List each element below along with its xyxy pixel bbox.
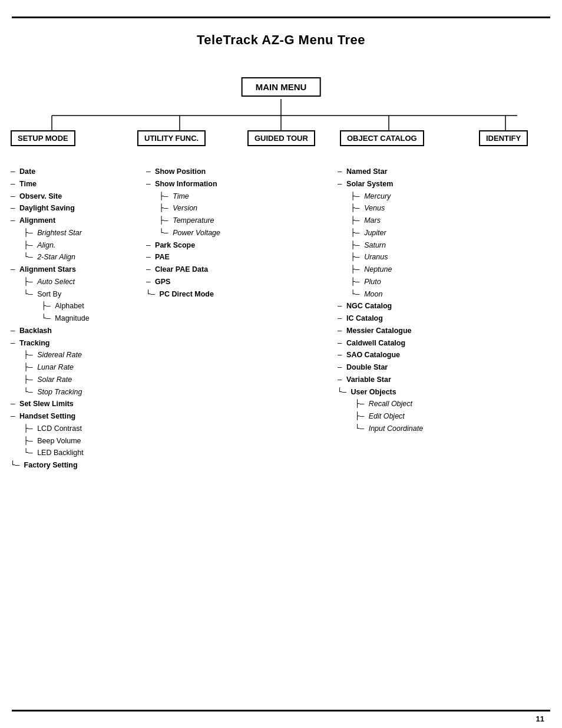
utility-func-label: UTILITY FUNC. (144, 134, 199, 143)
setup-alignment-stars: — Alignment Stars (11, 263, 128, 276)
setup-auto-select: ├— Auto Select (11, 276, 128, 288)
object-catalog-label: OBJECT CATALOG (347, 134, 417, 143)
setup-solar-rate: ├— Solar Rate (11, 374, 128, 386)
obj-solar-system: — Solar System (338, 178, 455, 190)
guided-tour-label: GUIDED TOUR (254, 134, 308, 143)
util-pc-direct-mode: └— PC Direct Mode (146, 288, 255, 301)
obj-ngc-catalog: — NGC Catalog (338, 300, 455, 312)
setup-sort-by: └— Sort By (11, 288, 128, 301)
setup-col: — Date — Time — Observ. Site — Daylight … (11, 166, 128, 472)
setup-tracking: — Tracking (11, 337, 128, 350)
setup-beep-volume: ├— Beep Volume (11, 435, 128, 447)
obj-variable-star: — Variable Star (338, 374, 455, 386)
object-catalog-box: OBJECT CATALOG (340, 130, 424, 146)
obj-uranus: ├— Uranus (338, 251, 455, 263)
obj-named-star: — Named Star (338, 166, 455, 178)
guided-tour-box: GUIDED TOUR (247, 130, 315, 146)
setup-brightest-star: ├— Brightest Star (11, 227, 128, 239)
obj-edit-object: ├— Edit Object (338, 410, 455, 423)
page-number: 11 (536, 714, 544, 723)
util-gps: — GPS (146, 276, 255, 288)
setup-lcd-contrast: ├— LCD Contrast (11, 423, 128, 435)
setup-mode-box: SETUP MODE (11, 130, 75, 146)
obj-ic-catalog: — IC Catalog (338, 312, 455, 325)
setup-sidereal-rate: ├— Sidereal Rate (11, 349, 128, 361)
setup-factory-setting: └— Factory Setting (11, 459, 128, 472)
util-show-information: — Show Information (146, 178, 255, 190)
setup-observ-site: — Observ. Site (11, 190, 128, 203)
obj-jupiter: ├— Jupiter (338, 227, 455, 239)
bottom-border (12, 710, 550, 711)
obj-double-star: — Double Star (338, 361, 455, 374)
setup-led-backlight: └— LED Backlight (11, 447, 128, 459)
utility-func-box: UTILITY FUNC. (137, 130, 206, 146)
util-pae: — PAE (146, 251, 255, 263)
identify-label: IDENTIFY (486, 134, 521, 143)
setup-set-slew-limits: — Set Slew Limits (11, 398, 128, 410)
setup-daylight-saving: — Daylight Saving (11, 202, 128, 215)
obj-mercury: ├— Mercury (338, 190, 455, 203)
setup-handset-setting: — Handset Setting (11, 410, 128, 423)
util-power-voltage: └— Power Voltage (146, 227, 255, 239)
obj-pluto: ├— Pluto (338, 276, 455, 288)
setup-2star-align: └— 2-Star Align (11, 251, 128, 263)
page-title: TeleTrack AZ-G Menu Tree (0, 32, 562, 48)
setup-time: — Time (11, 178, 128, 190)
utility-col: — Show Position — Show Information ├— Ti… (146, 166, 255, 300)
obj-recall-object: ├— Recall Object (338, 398, 455, 410)
setup-alphabet: ├— Alphabet (11, 300, 128, 312)
obj-mars: ├— Mars (338, 215, 455, 227)
obj-saturn: ├— Saturn (338, 239, 455, 252)
setup-lunar-rate: ├— Lunar Rate (11, 361, 128, 374)
setup-magnitude: └— Magnitude (11, 312, 128, 325)
obj-input-coordinate: └— Input Coordinate (338, 423, 455, 435)
util-clear-pae-data: — Clear PAE Data (146, 263, 255, 276)
top-border (12, 17, 550, 18)
util-park-scope: — Park Scope (146, 239, 255, 252)
setup-alignment: — Alignment (11, 215, 128, 227)
obj-venus: ├— Venus (338, 202, 455, 215)
setup-mode-label: SETUP MODE (18, 134, 68, 143)
obj-neptune: ├— Neptune (338, 263, 455, 276)
util-time: ├— Time (146, 190, 255, 203)
setup-date: — Date (11, 166, 128, 178)
util-temperature: ├— Temperature (146, 215, 255, 227)
obj-user-objects: └— User Objects (338, 386, 455, 398)
obj-sao-catalogue: — SAO Catalogue (338, 349, 455, 361)
obj-messier-catalogue: — Messier Catalogue (338, 325, 455, 337)
setup-backlash: — Backlash (11, 325, 128, 337)
util-version: ├— Version (146, 202, 255, 215)
object-col: — Named Star — Solar System ├— Mercury ├… (338, 166, 455, 435)
identify-box: IDENTIFY (479, 130, 528, 146)
obj-moon: └— Moon (338, 288, 455, 301)
util-show-position: — Show Position (146, 166, 255, 178)
setup-stop-tracking: └— Stop Tracking (11, 386, 128, 398)
setup-align: ├— Align. (11, 239, 128, 252)
obj-caldwell-catalog: — Caldwell Catalog (338, 337, 455, 350)
